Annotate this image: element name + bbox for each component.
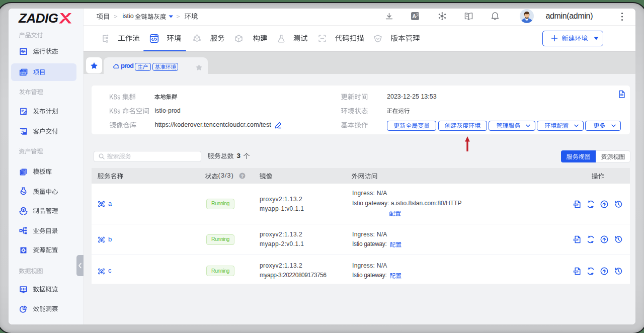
svg-text:PM: PM: [21, 72, 25, 75]
svg-text:YAML: YAML: [574, 203, 578, 205]
svg-text:?: ?: [240, 173, 244, 178]
svg-text:YAML: YAML: [574, 270, 578, 272]
svg-text:YAML: YAML: [574, 239, 578, 241]
